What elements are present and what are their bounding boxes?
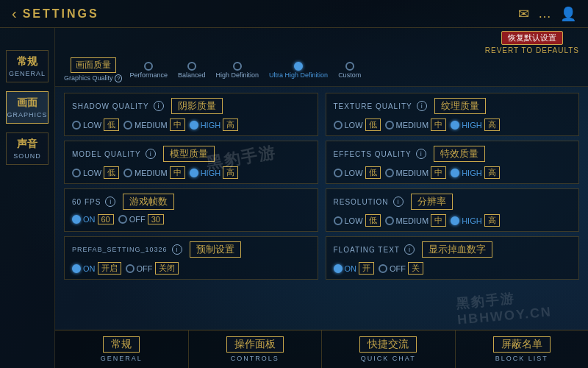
- quality-performance[interactable]: Performance: [129, 60, 168, 79]
- resolution-low-radio[interactable]: [334, 216, 343, 225]
- floating-on-cn: 开: [359, 262, 374, 275]
- prefab-info-icon[interactable]: i: [172, 244, 182, 255]
- model-low[interactable]: LOW 低: [72, 166, 119, 179]
- texture-info-icon[interactable]: i: [417, 101, 427, 111]
- texture-medium-en: MEDIUM: [396, 121, 429, 130]
- resolution-medium[interactable]: MEDIUM 中: [385, 214, 447, 227]
- mail-icon[interactable]: ✉: [518, 6, 529, 22]
- quality-custom-label: Custom: [338, 71, 361, 79]
- effects-info-icon[interactable]: i: [416, 149, 426, 159]
- model-info-icon[interactable]: i: [146, 149, 156, 159]
- chat-icon[interactable]: …: [538, 6, 551, 21]
- effects-low-radio[interactable]: [334, 169, 343, 177]
- shadow-low[interactable]: LOW 低: [72, 118, 119, 131]
- fps-info-icon[interactable]: i: [105, 197, 115, 207]
- model-options: LOW 低 MEDIUM 中 HIGH 高: [72, 166, 310, 179]
- model-low-radio[interactable]: [72, 169, 81, 177]
- fps-on-radio[interactable]: [72, 215, 81, 224]
- effects-low-en: LOW: [345, 169, 363, 177]
- texture-low-radio[interactable]: [334, 121, 343, 130]
- tab-general-cn: 常规: [103, 336, 140, 353]
- quality-balanced[interactable]: Balanced: [178, 60, 206, 79]
- floating-off[interactable]: OFF 关: [379, 262, 423, 275]
- fps-block: 60 FPS i 游戏帧数 ON 60: [64, 188, 318, 232]
- shadow-high-radio[interactable]: [190, 121, 198, 130]
- floating-text-en-label: FLOATING TEXT: [334, 246, 400, 254]
- resolution-high[interactable]: HIGH 高: [451, 214, 500, 227]
- effects-medium-radio[interactable]: [385, 169, 394, 177]
- quality-hd[interactable]: High Definition: [216, 60, 259, 79]
- tab-controls[interactable]: 操作面板 CONTROLS: [189, 330, 323, 368]
- quality-performance-radio[interactable]: [144, 62, 153, 71]
- texture-quality-cn-label: 纹理质量: [434, 98, 486, 114]
- sidebar: 常规 GENERAL 画面 GRAPHICS 声音 SOUND: [0, 28, 55, 368]
- sidebar-item-sound[interactable]: 声音 SOUND: [6, 132, 49, 165]
- floating-off-radio[interactable]: [379, 264, 387, 273]
- resolution-medium-en: MEDIUM: [396, 216, 429, 225]
- fps-off-radio[interactable]: [118, 215, 127, 224]
- prefab-off[interactable]: OFF 关闭: [126, 262, 179, 275]
- revert-defaults-button[interactable]: 恢复默认设置 REVERT TO DEFAULTS: [485, 31, 579, 54]
- fps-on[interactable]: ON 60: [72, 214, 114, 224]
- texture-quality-block: TEXTURE QUALITY i 纹理质量 LOW 低: [326, 93, 580, 136]
- floating-text-options: ON 开 OFF 关: [334, 262, 572, 275]
- shadow-high[interactable]: HIGH 高: [190, 118, 239, 131]
- resolution-medium-radio[interactable]: [385, 216, 394, 225]
- model-high-radio[interactable]: [190, 169, 198, 177]
- effects-low[interactable]: LOW 低: [334, 166, 381, 179]
- effects-high[interactable]: HIGH 高: [451, 166, 500, 179]
- quality-uhd[interactable]: Ultra High Definition: [269, 60, 328, 79]
- user-icon[interactable]: 👤: [560, 6, 576, 22]
- model-effects-row: MODEL QUALITY i 模型质量 LOW 低: [64, 141, 579, 184]
- tab-block-list[interactable]: 屏蔽名单 BLOCK LIST: [456, 330, 589, 368]
- floating-on-radio[interactable]: [334, 264, 343, 273]
- tab-quick-chat-en: QUICK CHAT: [361, 355, 416, 362]
- model-medium-radio[interactable]: [123, 169, 132, 177]
- texture-low[interactable]: LOW 低: [334, 118, 381, 131]
- quality-balanced-radio[interactable]: [187, 62, 196, 71]
- effects-options: LOW 低 MEDIUM 中 HIGH 高: [334, 166, 572, 179]
- quality-uhd-radio[interactable]: [294, 62, 303, 71]
- tab-quick-chat[interactable]: 快捷交流 QUICK CHAT: [322, 330, 456, 368]
- model-medium[interactable]: MEDIUM 中: [123, 166, 185, 179]
- fps-off-en: OFF: [129, 215, 146, 224]
- effects-high-radio[interactable]: [451, 169, 459, 177]
- prefab-off-radio[interactable]: [126, 264, 135, 273]
- texture-high-radio[interactable]: [451, 121, 459, 130]
- effects-quality-block: EFFECTS QUALITY i 特效质量 LOW 低: [326, 141, 580, 184]
- texture-high-cn: 高: [484, 118, 500, 131]
- sidebar-item-general[interactable]: 常规 GENERAL: [6, 50, 49, 82]
- resolution-low-en: LOW: [345, 216, 363, 225]
- resolution-low[interactable]: LOW 低: [334, 214, 381, 227]
- header-icons: ✉ … 👤: [518, 6, 576, 22]
- model-high[interactable]: HIGH 高: [190, 166, 239, 179]
- model-low-en: LOW: [83, 169, 101, 177]
- quality-custom-radio[interactable]: [345, 62, 354, 71]
- quality-custom[interactable]: Custom: [338, 60, 361, 79]
- texture-high[interactable]: HIGH 高: [451, 118, 500, 131]
- shadow-low-radio[interactable]: [72, 121, 81, 130]
- shadow-info-icon[interactable]: i: [154, 101, 164, 111]
- resolution-info-icon[interactable]: i: [393, 197, 404, 207]
- tab-general[interactable]: 常规 GENERAL: [55, 330, 189, 368]
- floating-info-icon[interactable]: i: [404, 244, 415, 255]
- sidebar-item-graphics[interactable]: 画面 GRAPHICS: [6, 91, 49, 124]
- prefab-options: ON 开启 OFF 关闭: [72, 262, 310, 275]
- fps-on-en: ON: [83, 215, 96, 224]
- shadow-medium-radio[interactable]: [123, 121, 132, 130]
- shadow-medium[interactable]: MEDIUM 中: [123, 118, 185, 131]
- effects-medium[interactable]: MEDIUM 中: [385, 166, 447, 179]
- texture-medium-radio[interactable]: [385, 121, 394, 130]
- prefab-on[interactable]: ON 开启: [72, 262, 121, 275]
- model-quality-en-label: MODEL QUALITY: [72, 150, 141, 158]
- back-icon[interactable]: ‹: [12, 5, 17, 22]
- texture-medium[interactable]: MEDIUM 中: [385, 118, 447, 131]
- quality-hd-radio[interactable]: [233, 62, 242, 71]
- fps-off[interactable]: OFF 30: [118, 214, 164, 224]
- prefab-cn-label: 预制设置: [190, 241, 241, 258]
- floating-on[interactable]: ON 开: [334, 262, 375, 275]
- resolution-high-radio[interactable]: [451, 216, 459, 225]
- shadow-options: LOW 低 MEDIUM 中 HIGH 高: [72, 118, 310, 131]
- sidebar-general-en: GENERAL: [9, 70, 46, 77]
- prefab-on-radio[interactable]: [72, 264, 81, 273]
